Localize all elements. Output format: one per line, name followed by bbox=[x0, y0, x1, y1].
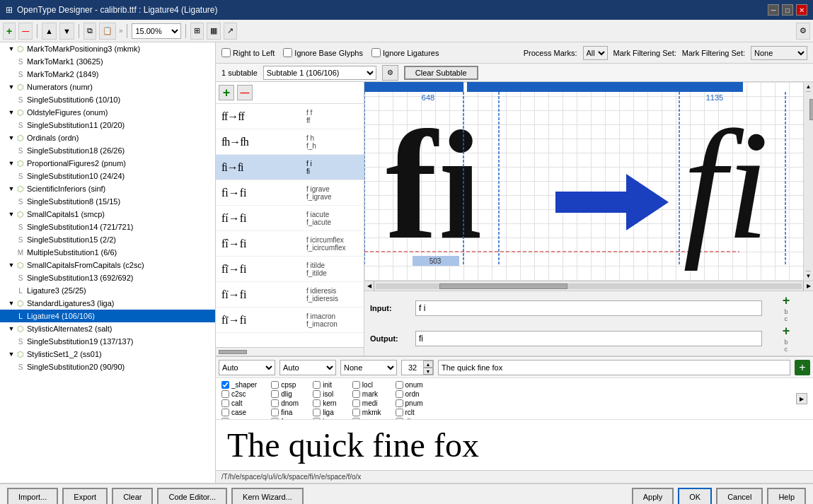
copy-button[interactable]: ⧉ bbox=[83, 23, 96, 40]
vscroll-up-button[interactable]: ▲ bbox=[806, 82, 812, 92]
feature-item[interactable]: cpsp bbox=[271, 381, 299, 389]
case-checkbox[interactable] bbox=[221, 409, 229, 416]
tree-toggle-sinf[interactable]: ▼ bbox=[7, 184, 16, 193]
tree-item-ss19[interactable]: S SingleSubstitution19 (137/137) bbox=[0, 335, 215, 348]
feature-set-select[interactable]: None bbox=[340, 360, 397, 375]
cpsp-checkbox[interactable] bbox=[271, 381, 279, 389]
feature-item[interactable]: onum bbox=[396, 381, 423, 389]
tree-item-lig4[interactable]: L Ligature4 (106/106) bbox=[0, 310, 215, 322]
dlig-checkbox[interactable] bbox=[271, 390, 279, 398]
features-scroll-button[interactable]: ▶ bbox=[796, 393, 807, 404]
tree-item-ss11[interactable]: S SingleSubstitution11 (20/20) bbox=[0, 119, 215, 131]
mark-filtering-select[interactable]: None bbox=[751, 46, 807, 60]
feature-item[interactable]: case bbox=[221, 409, 257, 416]
mkmk-checkbox[interactable] bbox=[352, 409, 360, 416]
tree-toggle-pnum[interactable]: ▼ bbox=[7, 159, 16, 168]
feature-item[interactable]: c2sc bbox=[221, 390, 257, 398]
fina-checkbox[interactable] bbox=[271, 409, 279, 416]
ignore-base-option[interactable]: Ignore Base Glyphs bbox=[283, 48, 363, 57]
tree-toggle-liga[interactable]: ▼ bbox=[7, 299, 16, 307]
paste-button[interactable]: 📋 bbox=[99, 23, 116, 40]
calt-checkbox[interactable] bbox=[221, 399, 229, 407]
hscroll-left-button[interactable]: ◀ bbox=[364, 281, 374, 291]
add-toolbar-button[interactable]: + bbox=[3, 23, 16, 40]
tree-toggle-mkmk[interactable]: ▼ bbox=[7, 45, 16, 53]
feature-item[interactable]: kern bbox=[313, 399, 338, 407]
tree-item-ms1[interactable]: M MultipleSubstitution1 (6/6) bbox=[0, 246, 215, 259]
feature-item[interactable]: isol bbox=[313, 390, 338, 398]
kern-checkbox[interactable] bbox=[313, 399, 321, 407]
right-to-left-option[interactable]: Right to Left bbox=[221, 48, 275, 57]
ok-button[interactable]: OK bbox=[678, 488, 712, 504]
tree-item-numr[interactable]: ▼ ⬡ Numerators (numr) bbox=[0, 81, 215, 93]
locl-checkbox[interactable] bbox=[352, 381, 360, 389]
feature-item[interactable]: dlig bbox=[271, 390, 299, 398]
ignore-base-checkbox[interactable] bbox=[283, 48, 292, 57]
tree-item-mkmk[interactable]: ▼ ⬡ MarkToMarkPositioning3 (mkmk) bbox=[0, 42, 215, 55]
shaper-checkbox[interactable] bbox=[221, 381, 229, 389]
glyph-hscroll[interactable]: ◀ ▶ bbox=[364, 281, 813, 291]
add-ligature-button[interactable]: + bbox=[219, 85, 234, 100]
apply-button[interactable]: Apply bbox=[632, 488, 674, 504]
pnum-checkbox[interactable] bbox=[396, 399, 403, 407]
list-item[interactable]: fī→fi f imacron f_imacron bbox=[216, 307, 364, 333]
feature-item[interactable]: pnum bbox=[396, 399, 423, 407]
kern-wizard-button[interactable]: Kern Wizard... bbox=[231, 488, 304, 504]
glyph-vscroll[interactable]: ▲ ▼ bbox=[803, 82, 813, 281]
list-item[interactable]: fh→fh f h f_h bbox=[216, 129, 364, 155]
settings-button[interactable]: ⚙ bbox=[796, 23, 810, 40]
font1-select[interactable]: Auto bbox=[219, 360, 275, 375]
c2sc-checkbox[interactable] bbox=[221, 390, 229, 398]
tree-item-smcp[interactable]: ▼ ⬡ SmallCapitals1 (smcp) bbox=[0, 208, 215, 221]
feature-item[interactable]: _shaper bbox=[221, 381, 257, 389]
tree-item-ss01[interactable]: ▼ ⬡ StylisticSet1_2 (ss01) bbox=[0, 348, 215, 361]
tree-item-ss20[interactable]: S SingleSubstitution20 (90/90) bbox=[0, 361, 215, 373]
tree-item-ss13[interactable]: S SingleSubstitution13 (692/692) bbox=[0, 271, 215, 284]
medi-checkbox[interactable] bbox=[352, 399, 360, 407]
feature-item[interactable]: rclt bbox=[396, 409, 423, 416]
tree-item-ss10[interactable]: S SingleSubstitution10 (24/24) bbox=[0, 170, 215, 182]
export-button[interactable]: ↗ bbox=[224, 23, 237, 40]
size-input[interactable] bbox=[402, 361, 423, 375]
tree-item-marktomk1[interactable]: S MarkToMark1 (30625) bbox=[0, 55, 215, 68]
tree-toggle-onum[interactable]: ▼ bbox=[7, 108, 16, 117]
import-button[interactable]: Import... bbox=[7, 488, 58, 504]
cancel-button[interactable]: Cancel bbox=[716, 488, 763, 504]
close-button[interactable]: ✕ bbox=[796, 4, 807, 16]
zoom-select[interactable]: 15.00% bbox=[132, 23, 181, 39]
tree-item-liga[interactable]: ▼ ⬡ StandardLigatures3 (liga) bbox=[0, 297, 215, 310]
output-add-button[interactable]: + bbox=[783, 324, 790, 337]
feature-item[interactable]: fina bbox=[271, 409, 299, 416]
tree-item-c2sc[interactable]: ▼ ⬡ SmallCapitalsFromCapitals (c2sc) bbox=[0, 259, 215, 271]
tree-item-ss14[interactable]: S SingleSubstitution14 (721/721) bbox=[0, 221, 215, 233]
remove-toolbar-button[interactable]: ─ bbox=[18, 23, 33, 40]
feature-item[interactable]: mkmk bbox=[352, 409, 381, 416]
feature-item[interactable]: medi bbox=[352, 399, 381, 407]
add-preview-button[interactable]: + bbox=[795, 360, 810, 375]
tree-toggle-ss01[interactable]: ▼ bbox=[7, 350, 16, 358]
subtable-settings-button[interactable]: ⚙ bbox=[382, 65, 398, 81]
size-up-button[interactable]: ▲ bbox=[423, 361, 433, 368]
list-scroll-thumb[interactable] bbox=[219, 350, 247, 354]
tree-item-sinf[interactable]: ▼ ⬡ ScientificInferiors (sinf) bbox=[0, 182, 215, 195]
list-item[interactable]: fĩ→fi f itilde f_itilde bbox=[216, 257, 364, 282]
tree-toggle-salt[interactable]: ▼ bbox=[7, 324, 16, 333]
liga-checkbox[interactable] bbox=[313, 409, 321, 416]
move-up-button[interactable]: ▲ bbox=[42, 23, 57, 40]
remove-ligature-button[interactable]: ─ bbox=[237, 85, 253, 100]
code-editor-button[interactable]: Code Editor... bbox=[157, 488, 227, 504]
hscroll-thumb[interactable] bbox=[439, 283, 567, 289]
ignore-lig-option[interactable]: Ignore Ligatures bbox=[371, 48, 439, 57]
right-to-left-checkbox[interactable] bbox=[221, 48, 231, 57]
ignore-lig-checkbox[interactable] bbox=[371, 48, 381, 57]
tree-toggle-smcp[interactable]: ▼ bbox=[7, 210, 16, 218]
list-item[interactable]: fï→fi f idieresis f_idieresis bbox=[216, 282, 364, 307]
dnom-checkbox[interactable] bbox=[271, 399, 279, 407]
onum-checkbox[interactable] bbox=[396, 381, 403, 389]
help-button[interactable]: Help bbox=[767, 488, 806, 504]
feature-item[interactable]: calt bbox=[221, 399, 257, 407]
tree-item-ss6[interactable]: S SingleSubstitution6 (10/10) bbox=[0, 93, 215, 106]
tree-item-ss8[interactable]: S SingleSubstitution8 (15/15) bbox=[0, 195, 215, 208]
size-down-button[interactable]: ▼ bbox=[423, 368, 433, 375]
output-field[interactable] bbox=[415, 331, 762, 346]
